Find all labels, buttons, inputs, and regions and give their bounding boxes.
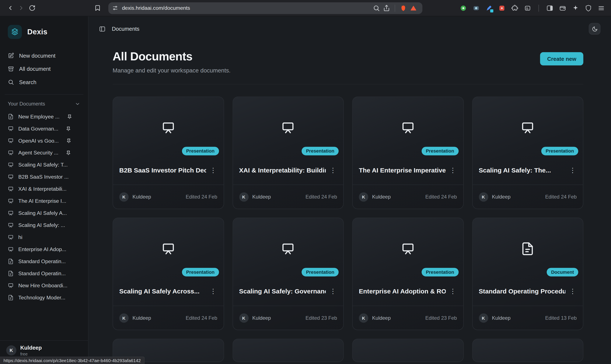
theme-toggle-button[interactable] (589, 23, 600, 35)
page-subtitle: Manage and edit your workspace documents… (113, 67, 231, 74)
logo-tile (8, 25, 22, 39)
brave-shields-button[interactable] (398, 3, 408, 13)
card-thumbnail: Presentation (472, 97, 583, 158)
camera-extension-icon (473, 4, 480, 12)
document-label: Standard Operatin... (18, 271, 66, 276)
document-card[interactable]: Presentation Enterprise AI Adoption & RO… (352, 218, 463, 330)
card-menu-button[interactable]: ⋮ (569, 166, 577, 175)
browser-menu-button[interactable] (596, 3, 606, 13)
presentation-icon (8, 150, 14, 156)
document-label: Technology Moder... (18, 295, 65, 301)
sidebar-doc-item[interactable]: Scaling AI Safely: ... (0, 219, 88, 231)
owner-name: Kuldeep (372, 315, 391, 321)
presentation-icon (8, 283, 14, 288)
your-documents-section[interactable]: Your Documents (0, 99, 88, 111)
pen-extension-button[interactable] (484, 3, 494, 13)
wallet-icon (559, 4, 566, 12)
sidebar-doc-item[interactable]: New Employee ... (0, 111, 88, 123)
zoom-button[interactable] (371, 3, 381, 13)
sidebar-doc-item[interactable]: Standard Operatin... (0, 255, 88, 267)
document-card[interactable]: Presentation XAI & Interpretability: Bui… (233, 97, 344, 209)
camera-extension-button[interactable] (471, 3, 481, 13)
share-button[interactable] (381, 3, 392, 13)
tab-box-button[interactable] (523, 3, 533, 13)
sidebar-item-all-documents[interactable]: All document (0, 62, 88, 76)
sidebar-doc-item[interactable]: Standard Operatin... (0, 267, 88, 279)
search-icon (8, 79, 14, 85)
document-card[interactable]: Presentation Scaling AI Safely: Governan… (233, 218, 344, 330)
file-icon (8, 271, 14, 276)
card-menu-button[interactable]: ⋮ (449, 166, 457, 175)
presentation-icon (281, 242, 295, 256)
card-menu-button[interactable]: ⋮ (569, 287, 577, 296)
sidebar-item-new-document[interactable]: New document (0, 49, 88, 62)
green-extension-button[interactable] (458, 3, 468, 13)
red-extension-button[interactable] (497, 3, 507, 13)
leo-ai-button[interactable] (570, 3, 581, 13)
browser-toolbar: dexis.hridaai.com/documents (0, 0, 611, 16)
page-header: Documents (88, 16, 611, 41)
sidebar-doc-item[interactable]: Enterprise AI Adop... (0, 243, 88, 255)
wallet-button[interactable] (557, 3, 568, 13)
sidebar-doc-item[interactable]: Technology Moder... (0, 292, 88, 304)
sidebar-doc-item[interactable]: Agent Security ... (0, 147, 88, 159)
sidebar-doc-item[interactable]: hi (0, 231, 88, 243)
card-thumbnail: Presentation (353, 218, 463, 279)
screen: dexis.hridaai.com/documents (0, 0, 611, 364)
document-card[interactable]: Document Standard Operating Procedu... ⋮… (472, 218, 583, 330)
sidebar-doc-item[interactable]: Scaling AI Safely: T... (0, 159, 88, 171)
document-card[interactable]: Presentation The AI Enterprise Imperativ… (352, 97, 463, 209)
owner-avatar: K (359, 313, 368, 323)
sidebar-doc-item[interactable]: B2B SaaS Investor ... (0, 171, 88, 183)
edited-date: Edited 13 Feb (545, 315, 577, 321)
sidebar-doc-item[interactable]: New Hire Onboardi... (0, 279, 88, 292)
sidebar-doc-item[interactable]: OpenAI vs Goo... (0, 135, 88, 147)
sidebar-doc-item[interactable]: Data Governan... (0, 123, 88, 135)
sidebar-doc-item[interactable]: Scaling AI Safely A... (0, 207, 88, 219)
owner-name: Kuldeep (252, 315, 271, 321)
card-footer: K Kuldeep Edited 13 Feb (472, 306, 583, 330)
card-title: B2B SaaS Investor Pitch Deck (119, 167, 206, 174)
nav-label: All document (19, 66, 51, 72)
sidebar-doc-item[interactable]: XAI & Interpretabili... (0, 183, 88, 195)
document-card-partial[interactable] (233, 339, 344, 362)
sidebar-item-search[interactable]: Search (0, 76, 88, 89)
extensions-button[interactable] (510, 3, 520, 13)
chevron-down-icon[interactable] (75, 101, 80, 106)
url-bar[interactable]: dexis.hridaai.com/documents (108, 2, 422, 14)
user-avatar: K (6, 345, 16, 355)
card-menu-button[interactable]: ⋮ (449, 287, 457, 296)
forward-icon (18, 5, 24, 11)
presentation-icon (8, 234, 14, 240)
sidebar-collapse-button[interactable] (97, 24, 107, 34)
url-text[interactable]: dexis.hridaai.com/documents (122, 5, 190, 11)
site-settings-icon[interactable] (112, 5, 118, 11)
sidebar-doc-item[interactable]: The AI Enterprise I... (0, 195, 88, 207)
document-card-partial[interactable] (352, 339, 463, 362)
card-menu-button[interactable]: ⋮ (209, 287, 217, 296)
card-menu-button[interactable]: ⋮ (329, 287, 337, 296)
reload-button[interactable] (27, 2, 37, 13)
card-footer: K Kuldeep Edited 24 Feb (233, 184, 343, 209)
back-button[interactable] (5, 2, 15, 13)
presentation-icon (161, 121, 175, 135)
vpn-button[interactable] (583, 3, 594, 13)
owner-name: Kuldeep (252, 194, 271, 200)
document-card-partial[interactable] (472, 339, 583, 362)
edited-date: Edited 24 Feb (545, 194, 577, 200)
document-card[interactable]: Presentation Scaling AI Safely: The... ⋮… (472, 97, 583, 209)
owner-avatar: K (119, 313, 129, 323)
create-new-button[interactable]: Create new (540, 52, 583, 65)
archive-icon (8, 66, 14, 72)
card-menu-button[interactable]: ⋮ (329, 166, 337, 175)
card-menu-button[interactable]: ⋮ (209, 166, 217, 175)
type-badge: Document (547, 268, 578, 276)
file-icon (8, 114, 14, 120)
bookmark-button[interactable] (92, 2, 103, 13)
app-logo[interactable]: Dexis (0, 16, 88, 49)
forward-button[interactable] (15, 2, 26, 13)
rewards-button[interactable] (408, 3, 418, 13)
sidebar-toggle-button[interactable] (545, 3, 555, 13)
document-card[interactable]: Presentation B2B SaaS Investor Pitch Dec… (113, 97, 224, 209)
document-card[interactable]: Presentation Scaling AI Safely Across...… (113, 218, 224, 330)
